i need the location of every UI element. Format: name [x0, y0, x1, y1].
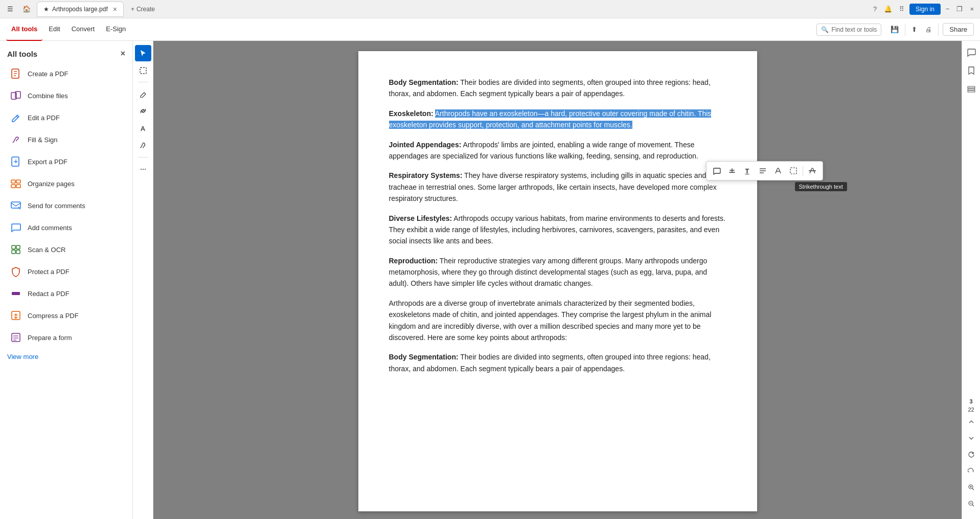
pdf-exoskeleton: Exoskeleton: Arthropods have an exoskele…	[389, 108, 726, 131]
browser-menu-button[interactable]: ☰	[4, 3, 16, 15]
current-page-indicator: 3	[969, 398, 972, 404]
search-box[interactable]: 🔍 Find text or tools	[816, 24, 882, 36]
pdf-body-segmentation-2: Body Segmentation: Their bodies are divi…	[389, 351, 726, 374]
svg-rect-10	[16, 180, 20, 183]
notifications-icon[interactable]: 🔔	[882, 3, 894, 15]
total-pages-indicator: 22	[968, 407, 974, 413]
pdf-viewer[interactable]: Body Segmentation: Their bodies are divi…	[153, 41, 962, 519]
svg-rect-12	[16, 185, 20, 188]
format-button[interactable]	[771, 164, 785, 178]
zoom-out-button[interactable]	[964, 497, 978, 511]
mini-toolbar: A ···	[133, 41, 153, 519]
select-tool-button[interactable]	[135, 62, 151, 79]
minimize-button[interactable]: −	[944, 3, 952, 15]
toolbar-actions: 💾 ⬆ 🖨 Share	[888, 23, 974, 36]
tool-combine-files[interactable]: Combine files	[2, 85, 130, 106]
svg-rect-18	[16, 250, 20, 254]
tab-close-button[interactable]: ×	[113, 5, 117, 13]
save-button[interactable]: 💾	[888, 24, 901, 35]
close-button[interactable]: ×	[968, 3, 976, 15]
text-tool-button[interactable]: A	[135, 120, 151, 137]
pdf-body-segmentation-1: Body Segmentation: Their bodies are divi…	[389, 77, 726, 100]
svg-rect-13	[11, 202, 20, 208]
refresh-button[interactable]	[964, 447, 978, 462]
edit-pdf-icon	[9, 111, 22, 124]
browser-actions: ? 🔔 ⠿ Sign in − ❐ ×	[871, 3, 976, 15]
prepare-form-icon	[9, 331, 22, 344]
tool-send-comments-label: Send for comments	[28, 202, 85, 210]
compress-pdf-icon	[9, 309, 22, 322]
tools-sidebar: All tools × Create a PDF Combine files E…	[0, 41, 133, 519]
select-box-button[interactable]	[786, 164, 801, 178]
zoom-in-button[interactable]	[964, 480, 978, 494]
send-comments-icon	[9, 199, 22, 212]
tool-prepare-form-label: Prepare a form	[28, 334, 72, 342]
pencil-tool-button[interactable]	[135, 85, 151, 102]
svg-line-40	[972, 488, 974, 490]
tool-add-comments-label: Add comments	[28, 224, 72, 232]
tool-scan-ocr[interactable]: Scan & OCR	[2, 239, 130, 260]
tab-edit[interactable]: Edit	[43, 18, 65, 41]
tool-create-pdf-label: Create a PDF	[28, 70, 68, 78]
pdf-jointed-appendages: Jointed Appendages: Arthropods' limbs ar…	[389, 139, 726, 162]
selection-toolbar: T Strikethrough text	[706, 161, 823, 180]
align-button[interactable]	[756, 164, 770, 178]
tab-esign[interactable]: E-Sign	[101, 18, 131, 41]
browser-home-button[interactable]: 🏠	[19, 3, 34, 15]
search-placeholder: Find text or tools	[832, 26, 877, 33]
pdf-reproduction: Reproduction: Their reproductive strateg…	[389, 255, 726, 289]
tool-prepare-form[interactable]: Prepare a form	[2, 327, 130, 348]
tab-title: Arthropods large.pdf	[52, 6, 108, 13]
svg-rect-15	[12, 245, 15, 249]
link-tool-button[interactable]	[135, 103, 151, 119]
highlight-button[interactable]	[725, 164, 739, 178]
tool-edit-label: Edit a PDF	[28, 114, 60, 122]
more-tools-button[interactable]: ···	[135, 161, 151, 177]
create-pdf-icon	[9, 67, 22, 80]
tool-fill-sign[interactable]: Fill & Sign	[2, 129, 130, 150]
browser-tab[interactable]: ★ Arthropods large.pdf ×	[37, 2, 124, 17]
bookmarks-panel-button[interactable]	[964, 63, 978, 78]
tool-send-comments[interactable]: Send for comments	[2, 195, 130, 216]
tool-add-comments[interactable]: Add comments	[2, 217, 130, 238]
underline-button[interactable]: T	[740, 164, 755, 178]
comments-panel-button[interactable]	[964, 45, 978, 59]
add-note-button[interactable]	[710, 164, 724, 178]
protect-pdf-icon	[9, 265, 22, 278]
print-button[interactable]: 🖨	[923, 24, 934, 35]
tool-protect-pdf[interactable]: Protect a PDF	[2, 261, 130, 282]
tool-organize[interactable]: Organize pages	[2, 173, 130, 194]
tool-export-pdf[interactable]: Export a PDF	[2, 151, 130, 172]
svg-rect-36	[968, 91, 975, 92]
tool-create-pdf[interactable]: Create a PDF	[2, 63, 130, 84]
tool-compress-label: Compress a PDF	[28, 312, 79, 320]
sign-in-button[interactable]: Sign in	[909, 4, 941, 15]
strikethrough-button[interactable]: Strikethrough text	[805, 164, 819, 178]
view-more-link[interactable]: View more	[0, 349, 132, 365]
combine-files-icon	[9, 89, 22, 102]
fill-sign-icon	[9, 133, 22, 146]
help-icon[interactable]: ?	[871, 3, 879, 15]
cursor-tool-button[interactable]	[135, 45, 151, 61]
tool-edit-pdf[interactable]: Edit a PDF	[2, 107, 130, 128]
apps-icon[interactable]: ⠿	[897, 3, 906, 15]
restore-button[interactable]: ❐	[954, 3, 965, 15]
tab-convert[interactable]: Convert	[66, 18, 100, 41]
tab-all-tools[interactable]: All tools	[6, 18, 42, 41]
layers-panel-button[interactable]	[964, 82, 978, 96]
share-button[interactable]: Share	[943, 23, 974, 36]
app-toolbar: All tools Edit Convert E-Sign 🔍 Find tex…	[0, 18, 980, 41]
tools-close-button[interactable]: ×	[121, 49, 125, 58]
signature-tool-button[interactable]	[135, 138, 151, 154]
upload-button[interactable]: ⬆	[909, 24, 919, 35]
strikethrough-tooltip: Strikethrough text	[795, 182, 847, 191]
tool-compress-pdf[interactable]: Compress a PDF	[2, 305, 130, 326]
tool-redact-pdf[interactable]: Redact a PDF	[2, 283, 130, 304]
tab-favicon: ★	[43, 6, 49, 13]
scroll-down-button[interactable]	[964, 431, 978, 445]
scan-ocr-icon	[9, 243, 22, 256]
new-tab-button[interactable]: + Create	[126, 4, 160, 15]
scroll-up-button[interactable]	[964, 415, 978, 429]
save-cloud-button[interactable]	[964, 464, 978, 478]
new-tab-icon: +	[131, 6, 134, 13]
